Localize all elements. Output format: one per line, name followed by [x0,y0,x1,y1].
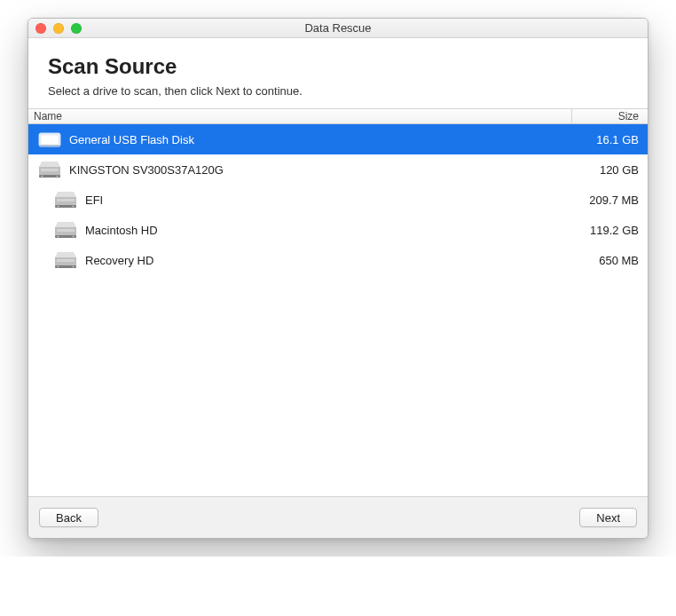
drive-name-cell: KINGSTON SV300S37A120G [28,159,572,180]
minimize-icon[interactable] [53,23,64,34]
svg-marker-15 [55,222,76,227]
window-controls [28,23,82,34]
usb-drive-icon [37,129,62,150]
svg-rect-26 [57,259,75,262]
drive-size-label: 119.2 GB [572,224,648,237]
svg-point-6 [42,176,43,178]
svg-rect-1 [41,135,59,145]
svg-point-24 [58,266,59,268]
svg-rect-8 [41,169,59,171]
drive-size-label: 120 GB [572,163,648,177]
column-header-name[interactable]: Name [28,109,572,123]
svg-rect-2 [39,146,60,147]
drive-size-label: 209.7 MB [572,193,648,207]
drive-name-cell: Recovery HD [28,249,572,271]
svg-point-18 [58,236,59,238]
drive-name-label: Recovery HD [85,254,153,267]
drive-name-cell: EFI [28,189,572,210]
column-header-size[interactable]: Size [572,109,648,123]
page-subtitle: Select a drive to scan, then click Next … [48,84,628,98]
table-row[interactable]: KINGSTON SV300S37A120G120 GB [28,154,648,185]
window-title: Data Rescue [28,21,648,35]
drive-name-label: EFI [85,193,103,207]
zoom-icon[interactable] [71,23,82,34]
back-button[interactable]: Back [39,508,98,527]
table-header: Name Size [28,108,648,124]
svg-rect-20 [57,229,75,232]
table-row[interactable]: Macintosh HD119.2 GB [28,215,648,245]
close-icon[interactable] [35,23,46,34]
table-row[interactable]: Recovery HD650 MB [28,245,648,275]
svg-point-25 [73,266,75,268]
drive-name-cell: Macintosh HD [28,219,572,241]
page-title: Scan Source [48,54,628,79]
svg-marker-9 [55,192,76,197]
next-button[interactable]: Next [579,508,637,527]
titlebar: Data Rescue [28,19,648,38]
footer: Back Next [28,497,648,538]
drive-size-label: 650 MB [572,254,648,267]
svg-point-7 [57,176,59,178]
svg-marker-21 [55,252,76,257]
app-window: Data Rescue Scan Source Select a drive t… [28,18,648,539]
drive-list: General USB Flash Disk16.1 GBKINGSTON SV… [28,124,648,497]
svg-point-13 [73,206,75,208]
page-header: Scan Source Select a drive to scan, then… [28,38,648,108]
hard-drive-icon [37,159,62,180]
table-row[interactable]: EFI209.7 MB [28,185,648,215]
svg-point-19 [73,236,75,238]
hard-drive-icon [53,189,78,210]
hard-drive-icon [53,219,78,241]
drive-name-label: KINGSTON SV300S37A120G [69,163,224,177]
svg-point-12 [58,206,59,208]
drive-name-label: General USB Flash Disk [69,133,194,146]
hard-drive-icon [53,249,78,271]
table-row[interactable]: General USB Flash Disk16.1 GB [28,124,648,154]
svg-rect-14 [57,199,75,201]
drive-name-cell: General USB Flash Disk [28,129,572,150]
svg-marker-3 [39,162,60,167]
drive-name-label: Macintosh HD [85,224,158,237]
drive-size-label: 16.1 GB [572,133,648,146]
